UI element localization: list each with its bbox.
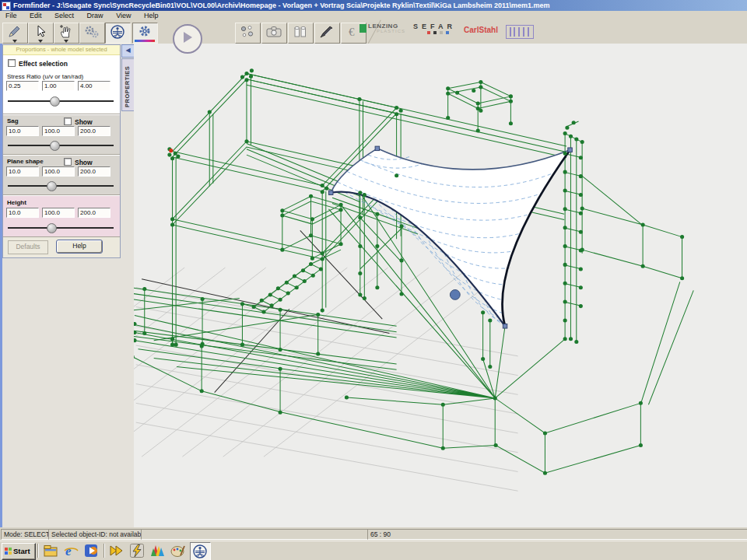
lightning-icon bbox=[129, 543, 146, 559]
taskbar-divider bbox=[37, 544, 39, 558]
height-section: Height bbox=[3, 195, 120, 237]
viewport-3d[interactable] bbox=[134, 44, 747, 527]
sag-slider[interactable] bbox=[8, 145, 114, 146]
status-mode: Mode: SELECT bbox=[1, 529, 50, 540]
annotate-button[interactable] bbox=[314, 23, 340, 44]
sag-min-field[interactable] bbox=[6, 126, 39, 136]
gears-icon bbox=[83, 24, 100, 40]
menu-file[interactable]: File bbox=[0, 11, 23, 21]
sefar-logo: SEFAR bbox=[413, 23, 456, 34]
height-slider-thumb[interactable] bbox=[47, 223, 57, 233]
draw-tool-button[interactable] bbox=[2, 23, 28, 44]
stress-ratio-label: Stress Ratio (u/v or tan/rad) bbox=[7, 73, 83, 80]
effect-selection-checkbox[interactable] bbox=[8, 59, 16, 67]
ie-icon: e bbox=[65, 544, 72, 558]
stress-ratio-max-field[interactable] bbox=[78, 81, 110, 91]
pencil-icon bbox=[6, 24, 23, 40]
status-coordinates: 65 : 90 bbox=[367, 529, 747, 540]
tab-properties[interactable]: PROPERTIES bbox=[121, 58, 135, 111]
stress-ratio-slider[interactable] bbox=[8, 100, 114, 102]
material-rolls-button[interactable] bbox=[288, 23, 314, 44]
sag-show-row[interactable]: Show bbox=[64, 117, 93, 126]
rolls-icon bbox=[292, 24, 309, 40]
plane-shape-min-field[interactable] bbox=[6, 166, 39, 177]
lenzing-mark-icon bbox=[359, 24, 366, 33]
properties-panel: Proportions - whole model selected Effec… bbox=[2, 44, 121, 258]
lenzing-logo: LENZING PLASTICS bbox=[359, 23, 405, 33]
plane-shape-slider-thumb[interactable] bbox=[47, 181, 57, 191]
stress-ratio-min-field[interactable] bbox=[6, 81, 39, 91]
run-formfinding-button[interactable] bbox=[173, 24, 202, 54]
dropdown-arrow-icon[interactable] bbox=[64, 40, 68, 43]
status-bar: Mode: SELECT Selected object-ID: not ava… bbox=[0, 527, 747, 541]
pen-icon bbox=[318, 24, 335, 40]
euro-icon: € bbox=[349, 26, 355, 38]
formfinder-mode-button[interactable] bbox=[105, 23, 131, 44]
node-markers[interactable] bbox=[134, 71, 682, 473]
effect-selection-row[interactable]: Effect selection bbox=[8, 59, 68, 68]
camera-icon bbox=[265, 24, 282, 40]
menu-edit[interactable]: Edit bbox=[24, 11, 47, 21]
quicklaunch-paint[interactable] bbox=[168, 542, 188, 560]
quicklaunch-shortcut[interactable] bbox=[107, 542, 127, 560]
defaults-button[interactable]: Defaults bbox=[8, 240, 48, 254]
sag-slider-thumb[interactable] bbox=[50, 141, 60, 151]
settings-button[interactable] bbox=[132, 23, 158, 44]
menu-bar: File Edit Select Draw View Help bbox=[0, 11, 747, 22]
menu-view[interactable]: View bbox=[110, 11, 136, 21]
plane-shape-show-row[interactable]: Show bbox=[64, 158, 93, 166]
sag-label: Sag bbox=[7, 117, 19, 124]
start-button[interactable]: Start bbox=[2, 543, 36, 560]
panel-collapse-button[interactable]: ◀ bbox=[121, 44, 135, 58]
menu-draw[interactable]: Draw bbox=[82, 11, 109, 21]
palette-icon bbox=[170, 543, 186, 559]
dropdown-arrow-icon[interactable] bbox=[12, 40, 17, 43]
sefar-color-squares bbox=[427, 31, 456, 34]
stress-ratio-slider-thumb[interactable] bbox=[50, 96, 60, 107]
plane-shape-max-field[interactable] bbox=[78, 166, 110, 177]
menu-select[interactable]: Select bbox=[49, 11, 79, 21]
height-max-field[interactable] bbox=[78, 208, 110, 218]
height-value-field[interactable] bbox=[42, 208, 75, 218]
yellow-arrows-icon bbox=[109, 543, 125, 559]
window-title: Formfinder - J:\Seagate Sync\SyncRecycle… bbox=[13, 0, 550, 11]
sag-show-checkbox[interactable] bbox=[64, 117, 72, 125]
toolbar: € LENZING PLASTICS SEFAR CarlStahl bbox=[0, 21, 747, 44]
pan-tool-button[interactable] bbox=[54, 23, 79, 44]
hand-icon bbox=[58, 24, 75, 40]
dropdown-arrow-icon[interactable] bbox=[38, 40, 43, 43]
select-tool-button[interactable] bbox=[28, 23, 54, 44]
stress-ratio-value-field[interactable] bbox=[42, 81, 75, 91]
plane-shape-value-field[interactable] bbox=[42, 166, 75, 177]
molecule-icon bbox=[239, 24, 256, 40]
sag-max-field[interactable] bbox=[78, 126, 110, 136]
settings-gear-icon bbox=[136, 24, 153, 38]
sag-value-field[interactable] bbox=[42, 126, 75, 136]
analysis-button[interactable] bbox=[235, 23, 261, 44]
reference-sphere[interactable] bbox=[450, 290, 460, 300]
quicklaunch-explorer[interactable] bbox=[41, 542, 61, 560]
plane-shape-section: Plane shape Show bbox=[3, 155, 120, 195]
title-bar[interactable]: Formfinder - J:\Seagate Sync\SyncRecycle… bbox=[0, 0, 747, 11]
quicklaunch-winamp[interactable] bbox=[128, 542, 147, 560]
help-button[interactable]: Help bbox=[56, 240, 103, 254]
plane-shape-show-checkbox[interactable] bbox=[64, 158, 72, 166]
quicklaunch-viewer[interactable] bbox=[148, 542, 167, 560]
quicklaunch-formfinder-active[interactable] bbox=[190, 542, 211, 560]
taskbar: Start e bbox=[0, 541, 747, 560]
snapshot-button[interactable] bbox=[261, 23, 287, 44]
plane-shape-slider[interactable] bbox=[8, 185, 114, 187]
menu-help[interactable]: Help bbox=[139, 11, 164, 21]
color-fan-icon bbox=[149, 543, 166, 559]
selected-node-marker[interactable] bbox=[169, 149, 173, 152]
quicklaunch-media-player[interactable] bbox=[82, 542, 101, 560]
height-slider[interactable] bbox=[8, 227, 114, 229]
transform-tool-button[interactable] bbox=[79, 23, 105, 44]
height-min-field[interactable] bbox=[6, 208, 39, 218]
boxed-glyph-logo bbox=[506, 25, 534, 39]
status-selected-object: Selected object-ID: not available bbox=[48, 529, 142, 540]
windows-logo-icon bbox=[5, 548, 12, 555]
carlstahl-logo: CarlStahl bbox=[464, 26, 498, 34]
height-label: Height bbox=[7, 199, 26, 206]
quicklaunch-internet-explorer[interactable]: e bbox=[61, 542, 81, 560]
